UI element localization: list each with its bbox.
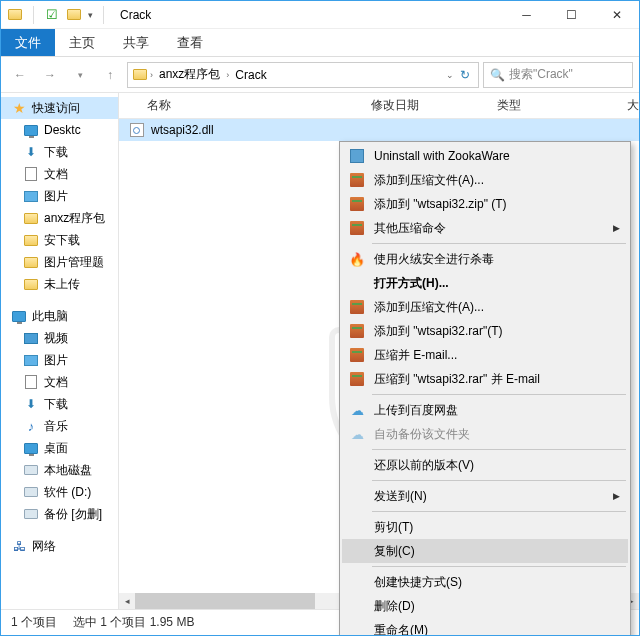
drive-icon — [23, 462, 39, 478]
submenu-arrow-icon: ▶ — [613, 223, 620, 233]
tree-software[interactable]: 软件 (D:) — [1, 481, 118, 503]
document-icon — [23, 374, 39, 390]
navigation-tree[interactable]: ★快速访问 Desktc ⬇下载 文档 图片 anxz程序包 安下载 图片管理题… — [1, 93, 119, 609]
menu-upload-baidu[interactable]: ☁上传到百度网盘 — [342, 398, 628, 422]
column-headers[interactable]: 名称 修改日期 类型 大 — [119, 93, 639, 119]
history-button[interactable]: ▾ — [67, 62, 93, 88]
qat-check-icon[interactable]: ☑ — [44, 7, 60, 23]
document-icon — [23, 166, 39, 182]
refresh-button[interactable]: ↻ — [460, 68, 470, 82]
scroll-thumb[interactable] — [135, 593, 315, 609]
up-button[interactable]: ↑ — [97, 62, 123, 88]
tree-music[interactable]: ♪音乐 — [1, 415, 118, 437]
menu-cut[interactable]: 剪切(T) — [342, 515, 628, 539]
drive-icon — [23, 484, 39, 500]
rar-icon — [348, 346, 366, 364]
tree-anxz[interactable]: anxz程序包 — [1, 207, 118, 229]
archive-icon — [348, 219, 366, 237]
tree-downloads2[interactable]: ⬇下载 — [1, 393, 118, 415]
qat-folder-icon[interactable] — [66, 7, 82, 23]
menu-rename[interactable]: 重命名(M) — [342, 618, 628, 636]
picture-icon — [23, 188, 39, 204]
breadcrumb[interactable]: › anxz程序包 › Crack ⌄ ↻ — [127, 62, 479, 88]
file-row[interactable]: wtsapi32.dll — [119, 119, 639, 141]
breadcrumb-seg-2[interactable]: Crack — [231, 68, 270, 82]
flame-icon: 🔥 — [348, 250, 366, 268]
menu-auto-backup[interactable]: ☁自动备份该文件夹 — [342, 422, 628, 446]
ribbon: 文件 主页 共享 查看 — [1, 29, 639, 57]
col-size[interactable]: 大 — [627, 97, 639, 114]
tree-andl[interactable]: 安下载 — [1, 229, 118, 251]
minimize-button[interactable]: ─ — [504, 1, 549, 29]
star-icon: ★ — [11, 100, 27, 116]
menu-separator — [372, 449, 626, 450]
tree-backup[interactable]: 备份 [勿删] — [1, 503, 118, 525]
menu-add-archive-2[interactable]: 添加到压缩文件(A)... — [342, 295, 628, 319]
maximize-button[interactable]: ☐ — [549, 1, 594, 29]
tree-documents2[interactable]: 文档 — [1, 371, 118, 393]
menu-add-zip[interactable]: 添加到 "wtsapi32.zip" (T) — [342, 192, 628, 216]
archive-icon — [348, 195, 366, 213]
menu-compress-email[interactable]: 压缩并 E-mail... — [342, 343, 628, 367]
menu-add-archive[interactable]: 添加到压缩文件(A)... — [342, 168, 628, 192]
chevron-right-icon[interactable]: › — [226, 70, 229, 80]
tree-network[interactable]: 🖧网络 — [1, 535, 118, 557]
monitor-icon — [23, 122, 39, 138]
tree-quick-access[interactable]: ★快速访问 — [1, 97, 118, 119]
tree-pictures[interactable]: 图片 — [1, 185, 118, 207]
tab-view[interactable]: 查看 — [163, 29, 217, 56]
close-button[interactable]: ✕ — [594, 1, 639, 29]
col-modified[interactable]: 修改日期 — [371, 97, 497, 114]
tab-file[interactable]: 文件 — [1, 29, 55, 56]
breadcrumb-dropdown-icon[interactable]: ⌄ — [446, 70, 454, 80]
tree-pictures2[interactable]: 图片 — [1, 349, 118, 371]
menu-uninstall-zookaware[interactable]: Uninstall with ZookaWare — [342, 144, 628, 168]
menu-compress-rar-email[interactable]: 压缩到 "wtsapi32.rar" 并 E-mail — [342, 367, 628, 391]
titlebar: ☑ ▾ Crack ─ ☐ ✕ — [1, 1, 639, 29]
tree-downloads[interactable]: ⬇下载 — [1, 141, 118, 163]
picture-icon — [23, 352, 39, 368]
menu-separator — [372, 511, 626, 512]
menu-other-compress[interactable]: 其他压缩命令▶ — [342, 216, 628, 240]
menu-add-rar[interactable]: 添加到 "wtsapi32.rar"(T) — [342, 319, 628, 343]
tree-desktop2[interactable]: 桌面 — [1, 437, 118, 459]
menu-create-shortcut[interactable]: 创建快捷方式(S) — [342, 570, 628, 594]
menu-restore-version[interactable]: 还原以前的版本(V) — [342, 453, 628, 477]
tree-video[interactable]: 视频 — [1, 327, 118, 349]
menu-open-with[interactable]: 打开方式(H)... — [342, 271, 628, 295]
menu-scan-virus[interactable]: 🔥使用火绒安全进行杀毒 — [342, 247, 628, 271]
tree-untrans[interactable]: 未上传 — [1, 273, 118, 295]
tree-localdisk[interactable]: 本地磁盘 — [1, 459, 118, 481]
file-name: wtsapi32.dll — [151, 123, 214, 137]
folder-icon — [23, 254, 39, 270]
scroll-left-icon[interactable]: ◂ — [119, 593, 135, 609]
tab-share[interactable]: 共享 — [109, 29, 163, 56]
forward-button[interactable]: → — [37, 62, 63, 88]
music-icon: ♪ — [23, 418, 39, 434]
menu-copy[interactable]: 复制(C) — [342, 539, 628, 563]
chevron-right-icon[interactable]: › — [150, 70, 153, 80]
breadcrumb-seg-1[interactable]: anxz程序包 — [155, 66, 224, 83]
search-input[interactable]: 🔍 搜索"Crack" — [483, 62, 633, 88]
menu-delete[interactable]: 删除(D) — [342, 594, 628, 618]
cloud-icon: ☁ — [348, 401, 366, 419]
tree-picmgr[interactable]: 图片管理题 — [1, 251, 118, 273]
window-title: Crack — [114, 8, 151, 22]
network-icon: 🖧 — [11, 538, 27, 554]
navigation-bar: ← → ▾ ↑ › anxz程序包 › Crack ⌄ ↻ 🔍 搜索"Crack… — [1, 57, 639, 93]
menu-send-to[interactable]: 发送到(N)▶ — [342, 484, 628, 508]
monitor-icon — [23, 440, 39, 456]
tab-home[interactable]: 主页 — [55, 29, 109, 56]
qat-customize-icon[interactable]: ▾ — [88, 10, 93, 20]
folder-icon — [23, 210, 39, 226]
tree-this-pc[interactable]: 此电脑 — [1, 305, 118, 327]
tree-desktop[interactable]: Desktc — [1, 119, 118, 141]
menu-separator — [372, 394, 626, 395]
back-button[interactable]: ← — [7, 62, 33, 88]
archive-icon — [348, 171, 366, 189]
tree-documents[interactable]: 文档 — [1, 163, 118, 185]
col-name[interactable]: 名称 — [147, 97, 371, 114]
monitor-icon — [11, 308, 27, 324]
menu-separator — [372, 243, 626, 244]
col-type[interactable]: 类型 — [497, 97, 627, 114]
